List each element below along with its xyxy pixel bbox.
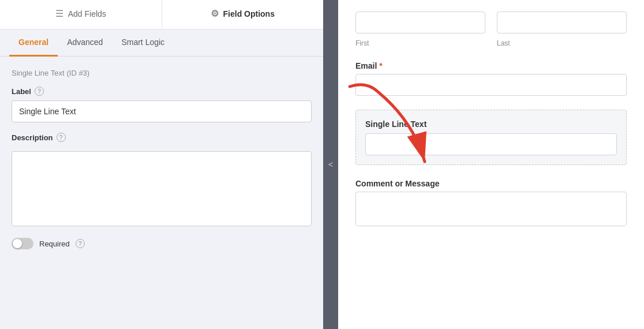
sub-tab-advanced[interactable]: Advanced <box>58 29 112 57</box>
required-toggle[interactable] <box>12 238 33 249</box>
sub-tabs: General Advanced Smart Logic <box>0 29 323 57</box>
description-label: Description <box>12 133 53 142</box>
email-label-row: Email * <box>355 61 627 70</box>
label-help-icon[interactable]: ? <box>35 87 44 96</box>
left-content: Single Line Text (ID #3) Label ? Descrip… <box>0 57 323 329</box>
required-help-icon[interactable]: ? <box>76 239 85 248</box>
single-line-text-section: Single Line Text <box>355 110 627 165</box>
collapse-icon: < <box>328 160 333 169</box>
last-label: Last <box>497 39 627 47</box>
label-row: Label ? <box>12 87 312 96</box>
last-name-input[interactable] <box>497 12 627 33</box>
right-panel: First Last Email * Single Line Text Comm… <box>338 0 644 329</box>
description-help-icon[interactable]: ? <box>57 133 66 142</box>
label-field-label: Label <box>12 87 31 96</box>
description-row: Description ? <box>12 133 312 142</box>
required-label: Required <box>39 240 70 248</box>
field-options-label: Field Options <box>223 9 275 18</box>
email-field-group: Email * <box>355 61 627 96</box>
single-line-label: Single Line Text <box>365 119 617 129</box>
field-type-title: Single Line Text (ID #3) <box>12 68 312 77</box>
required-row: Required ? <box>12 238 312 249</box>
left-panel: ☰ Add Fields ⚙ Field Options General Adv… <box>0 0 323 329</box>
single-line-input[interactable] <box>365 133 617 155</box>
description-section: Description ? <box>12 133 312 229</box>
sub-tab-general[interactable]: General <box>9 29 58 57</box>
label-input[interactable] <box>12 100 312 122</box>
comment-textarea[interactable] <box>355 192 627 226</box>
add-fields-icon: ☰ <box>55 8 63 19</box>
field-options-icon: ⚙ <box>211 8 219 19</box>
add-fields-label: Add Fields <box>68 9 106 18</box>
comment-section: Comment or Message <box>355 179 627 229</box>
email-label-text: Email <box>355 61 377 70</box>
panel-collapse-divider[interactable]: < <box>323 0 338 329</box>
tab-field-options[interactable]: ⚙ Field Options <box>162 0 324 29</box>
tab-add-fields[interactable]: ☰ Add Fields <box>0 0 162 29</box>
tabs-header: ☰ Add Fields ⚙ Field Options <box>0 0 323 29</box>
last-name-col: Last <box>497 12 627 47</box>
sub-tab-smart-logic[interactable]: Smart Logic <box>112 29 174 57</box>
description-textarea[interactable] <box>12 151 312 226</box>
first-name-col: First <box>355 12 485 47</box>
comment-label: Comment or Message <box>355 179 627 188</box>
first-name-input[interactable] <box>355 12 485 33</box>
email-required-star: * <box>379 61 382 70</box>
first-label: First <box>355 39 485 47</box>
email-input[interactable] <box>355 74 627 96</box>
name-row: First Last <box>355 12 627 47</box>
